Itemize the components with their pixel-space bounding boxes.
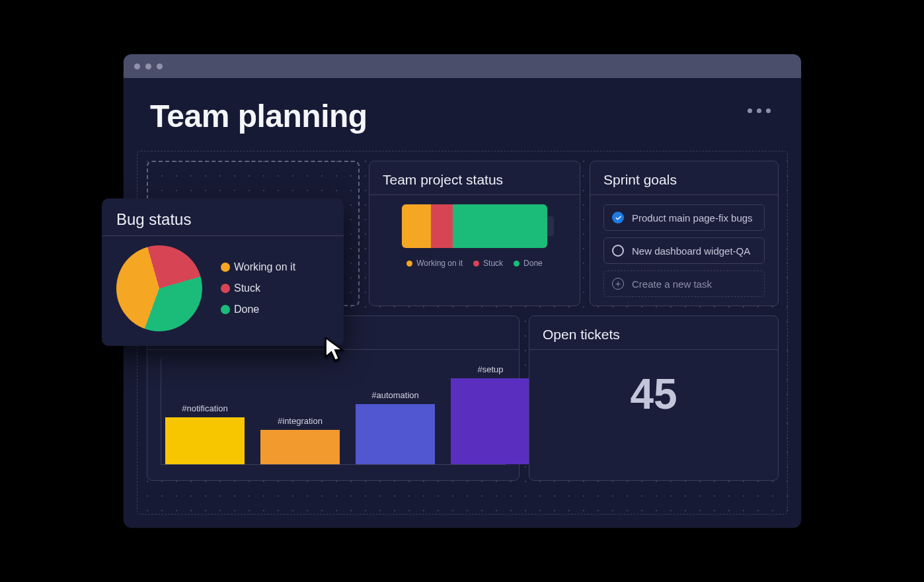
battery-chart xyxy=(402,204,547,248)
legend-label: Stuck xyxy=(234,282,260,294)
window-control-min-icon[interactable] xyxy=(145,63,151,69)
legend-label: Done xyxy=(234,304,259,315)
window-titlebar xyxy=(124,54,801,78)
bar-label: #notification xyxy=(182,403,227,413)
create-task-label: Create a new task xyxy=(632,278,712,290)
bar-label: #setup xyxy=(477,364,503,374)
legend-label: Working on it xyxy=(416,259,463,268)
widget-title: Team project status xyxy=(383,172,566,188)
legend-label: Done xyxy=(523,259,543,268)
bar xyxy=(356,404,435,464)
create-task-button[interactable]: Create a new task xyxy=(603,270,765,297)
window-control-close-icon[interactable] xyxy=(134,63,140,69)
bar xyxy=(260,430,340,464)
widget-title: Bug status xyxy=(116,210,329,229)
legend-label: Stuck xyxy=(483,259,503,268)
more-options-button[interactable] xyxy=(748,108,771,113)
goal-item[interactable]: Product main page-fix bugs xyxy=(603,204,765,231)
bar-label: #integration xyxy=(278,416,323,426)
plus-icon xyxy=(612,278,624,290)
bar-label: #automation xyxy=(371,390,419,400)
goal-item[interactable]: New dashboard widget-QA xyxy=(603,237,765,264)
open-tickets-count: 45 xyxy=(543,370,765,419)
bar xyxy=(451,378,530,464)
widget-title: Sprint goals xyxy=(603,172,765,188)
goal-label: Product main page-fix bugs xyxy=(632,212,753,224)
widget-sprint-goals[interactable]: Sprint goals Product main page-fix bugs … xyxy=(590,161,779,306)
goal-label: New dashboard widget-QA xyxy=(632,245,750,257)
legend: Working on it Stuck Done xyxy=(221,261,295,315)
widget-title: Open tickets xyxy=(543,327,765,343)
bar-chart: #notification #integration #automation xyxy=(161,359,506,465)
page-title: Team planning xyxy=(150,98,775,134)
window-control-max-icon[interactable] xyxy=(157,63,163,69)
pie-chart xyxy=(116,245,202,331)
widget-open-tickets[interactable]: Open tickets 45 xyxy=(529,315,779,481)
widget-bug-status-dragging[interactable]: Bug status Working on it Stuck Done xyxy=(102,198,344,346)
bar xyxy=(165,417,245,465)
widget-team-project-status[interactable]: Team project status Working on it Stuck xyxy=(369,161,580,306)
legend-label: Working on it xyxy=(234,261,295,273)
legend: Working on it Stuck Done xyxy=(406,259,543,268)
checkbox-checked-icon[interactable] xyxy=(612,212,624,224)
mouse-cursor-icon xyxy=(324,336,346,365)
checkbox-unchecked-icon[interactable] xyxy=(612,245,624,257)
